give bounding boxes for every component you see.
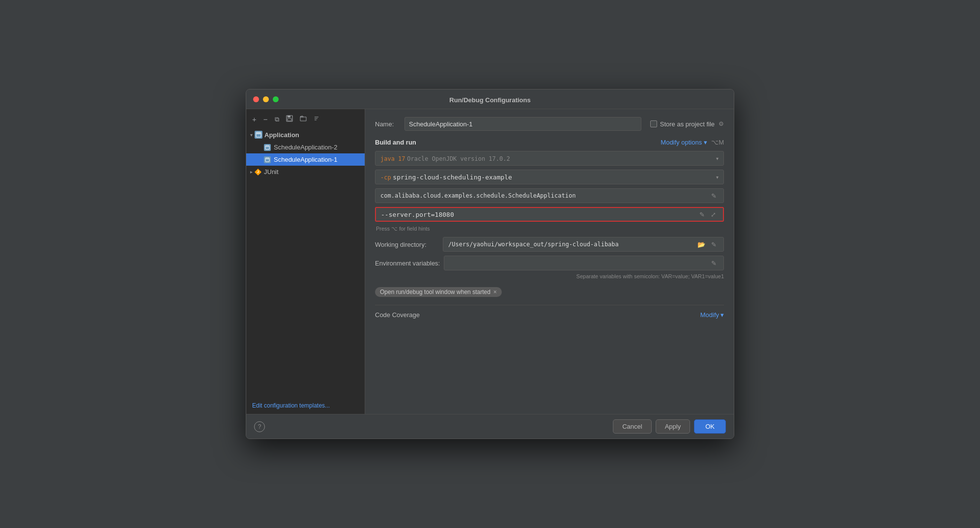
store-project-checkbox[interactable]: [650, 120, 657, 127]
tree-area: ▾ Application: [246, 128, 365, 397]
modify-options-label: Modify options: [661, 139, 702, 146]
schedule-app-2-icon: [264, 144, 271, 151]
working-dir-input[interactable]: /Users/yaohui/workspace_out/spring-cloud…: [443, 237, 724, 252]
sort-icon: [314, 115, 320, 122]
java-dropdown-text: java 17 Oracle OpenJDK version 17.0.2: [380, 155, 510, 162]
env-vars-input[interactable]: ✎: [444, 256, 724, 270]
junit-icon: J: [255, 169, 261, 176]
open-debug-tag-label: Open run/debug tool window when started: [380, 289, 490, 295]
schedule-app-2-item[interactable]: ScheduleApplication-2: [246, 141, 365, 153]
field-hint: Press ⌥ for field hints: [375, 226, 724, 232]
code-coverage-label: Code Coverage: [375, 311, 420, 319]
code-coverage-chevron-icon: ▾: [721, 311, 724, 319]
code-coverage-modify-button[interactable]: Modify ▾: [700, 311, 724, 319]
store-project-label: Store as project file: [660, 120, 715, 128]
apply-button[interactable]: Apply: [656, 419, 691, 434]
window-controls: [253, 96, 279, 102]
application-group-header[interactable]: ▾ Application: [246, 128, 365, 141]
left-panel: + − ⧉: [246, 109, 365, 414]
build-run-title: Build and run: [375, 139, 416, 146]
code-coverage-modify-label: Modify: [700, 311, 719, 319]
toolbar: + − ⧉: [246, 112, 365, 128]
main-class-text: com.alibaba.cloud.examples.schedule.Sche…: [380, 192, 576, 199]
cp-dropdown-arrow-icon: ▾: [716, 175, 719, 180]
remove-config-button[interactable]: −: [261, 114, 270, 124]
env-vars-row: Environment variables: ✎: [375, 256, 724, 270]
open-debug-tag: Open run/debug tool window when started …: [375, 287, 502, 297]
svg-rect-2: [288, 118, 291, 121]
junit-group-header[interactable]: ▸ J JUnit: [246, 166, 365, 178]
dialog-body: + − ⧉: [246, 109, 734, 414]
save-config-button[interactable]: [284, 114, 295, 124]
junit-chevron-icon: ▸: [250, 169, 253, 175]
title-bar: Run/Debug Configurations: [246, 89, 734, 109]
env-vars-label: Environment variables:: [375, 260, 440, 267]
ok-button[interactable]: OK: [694, 419, 726, 434]
build-run-section-header: Build and run Modify options ▾ ⌥M: [375, 139, 724, 146]
bottom-bar: ? Cancel Apply OK: [246, 414, 734, 439]
vm-options-expand-button[interactable]: ⤢: [709, 210, 718, 219]
save-icon: [286, 115, 293, 122]
env-vars-edit-button[interactable]: ✎: [709, 259, 719, 268]
main-class-edit-button[interactable]: ✎: [709, 191, 719, 201]
run-debug-dialog: Run/Debug Configurations + − ⧉: [246, 89, 734, 439]
schedule-app-1-item[interactable]: ScheduleApplication-1: [246, 153, 365, 166]
vm-options-text: --server.port=18080: [381, 211, 454, 218]
edit-config-link[interactable]: Edit configuration templates...: [246, 397, 365, 414]
env-hint: Separate variables with semicolon: VAR=v…: [375, 273, 724, 279]
cp-dropdown[interactable]: -cp spring-cloud-scheduling-example ▾: [375, 170, 724, 184]
working-dir-folder-button[interactable]: 📂: [695, 240, 707, 249]
schedule-app-1-icon: [264, 156, 271, 163]
application-chevron-icon: ▾: [250, 132, 253, 138]
junit-group-label: JUnit: [264, 168, 279, 176]
java-dropdown[interactable]: java 17 Oracle OpenJDK version 17.0.2 ▾: [375, 151, 724, 166]
svg-rect-9: [266, 146, 269, 147]
vm-options-edit-button[interactable]: ✎: [697, 210, 707, 219]
close-button[interactable]: [253, 96, 259, 102]
working-dir-edit-button[interactable]: ✎: [709, 240, 719, 249]
help-button[interactable]: ?: [254, 421, 265, 432]
name-input[interactable]: [404, 117, 641, 131]
schedule-app-2-label: ScheduleApplication-2: [274, 144, 337, 151]
add-config-button[interactable]: +: [250, 114, 259, 124]
right-panel: Name: Store as project file ⚙ Build and …: [365, 109, 734, 414]
minimize-button[interactable]: [263, 96, 269, 102]
name-row: Name: Store as project file ⚙: [375, 117, 724, 131]
name-label: Name:: [375, 120, 400, 128]
working-dir-value: /Users/yaohui/workspace_out/spring-cloud…: [448, 241, 619, 248]
bottom-actions: Cancel Apply OK: [613, 419, 726, 434]
open-debug-tag-close-button[interactable]: ×: [493, 289, 497, 295]
store-project-area: Store as project file ⚙: [650, 120, 724, 128]
vm-options-row: --server.port=18080 ✎ ⤢: [375, 207, 724, 222]
store-project-gear-icon[interactable]: ⚙: [719, 120, 724, 127]
folder-button[interactable]: [298, 114, 309, 124]
folder-icon: [300, 115, 307, 122]
copy-config-button[interactable]: ⧉: [273, 115, 281, 124]
working-dir-label: Working directory:: [375, 241, 439, 248]
modify-options-button[interactable]: Modify options ▾ ⌥M: [661, 139, 724, 146]
svg-rect-11: [266, 158, 269, 159]
sort-button[interactable]: [312, 114, 322, 124]
code-coverage-row: Code Coverage Modify ▾: [375, 305, 724, 319]
vm-options-field[interactable]: --server.port=18080 ✎ ⤢: [375, 207, 724, 222]
cancel-button[interactable]: Cancel: [613, 419, 651, 434]
debug-tag-container: Open run/debug tool window when started …: [375, 284, 724, 300]
working-dir-row: Working directory: /Users/yaohui/workspa…: [375, 237, 724, 252]
modify-options-chevron-icon: ▾: [704, 139, 707, 146]
schedule-app-1-label: ScheduleApplication-1: [274, 156, 337, 163]
application-group-label: Application: [264, 131, 299, 139]
main-class-field[interactable]: com.alibaba.cloud.examples.schedule.Sche…: [375, 188, 724, 203]
cp-dropdown-row: -cp spring-cloud-scheduling-example ▾: [375, 170, 724, 184]
modify-options-shortcut: ⌥M: [711, 139, 724, 146]
cp-dropdown-text: -cp spring-cloud-scheduling-example: [380, 174, 512, 181]
application-group-icon: [255, 131, 262, 139]
main-class-row: com.alibaba.cloud.examples.schedule.Sche…: [375, 188, 724, 203]
svg-rect-7: [257, 133, 260, 134]
java-dropdown-arrow-icon: ▾: [716, 156, 719, 161]
maximize-button[interactable]: [273, 96, 279, 102]
java-dropdown-row: java 17 Oracle OpenJDK version 17.0.2 ▾: [375, 151, 724, 166]
dialog-title: Run/Debug Configurations: [449, 96, 530, 104]
svg-rect-1: [288, 116, 290, 117]
